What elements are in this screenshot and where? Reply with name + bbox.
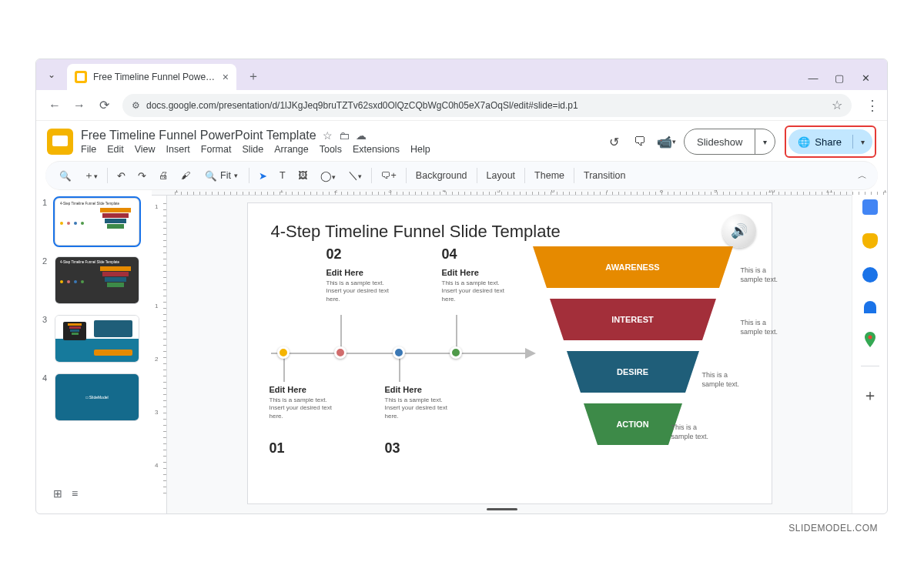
step-block-04[interactable]: Edit Here This is a sample text. Insert …	[442, 268, 507, 303]
menu-file[interactable]: File	[81, 144, 96, 155]
reload-button[interactable]: ⟳	[93, 95, 115, 116]
funnel-side-1[interactable]: This is a sample text.	[741, 266, 787, 284]
audio-icon[interactable]: 🔊	[722, 214, 756, 248]
menu-slide[interactable]: Slide	[242, 144, 263, 155]
watermark-text: SLIDEMODEL.COM	[788, 523, 878, 534]
filmstrip-icon[interactable]: ≡	[72, 487, 78, 500]
grid-view-icon[interactable]: ⊞	[53, 487, 62, 500]
menu-arrange[interactable]: Arrange	[274, 144, 308, 155]
new-tab-button[interactable]: ＋	[243, 65, 264, 87]
browser-url-row: ← → ⟳ ⚙ docs.google.com/presentation/d/1…	[36, 90, 887, 121]
tabs-dropdown-icon[interactable]: ⌄	[42, 65, 61, 84]
collapse-toolbar-icon[interactable]: ︿	[858, 169, 867, 182]
print-icon[interactable]: 🖨	[156, 169, 172, 182]
slides-favicon-icon	[75, 71, 87, 83]
address-bar[interactable]: ⚙ docs.google.com/presentation/d/1lJKgJe…	[122, 94, 852, 117]
funnel-side-4[interactable]: This is a sample text.	[671, 423, 718, 441]
image-icon[interactable]: 🖼	[295, 169, 311, 182]
menu-view[interactable]: View	[135, 144, 156, 155]
star-doc-icon[interactable]: ☆	[323, 129, 333, 142]
editor-area: 1 12 34 56 78 910 1112 1 12 34 56	[152, 190, 852, 513]
share-button[interactable]: 🌐 Share	[788, 136, 852, 148]
maps-side-icon[interactable]	[862, 332, 878, 347]
background-button[interactable]: Background	[413, 169, 470, 182]
minimize-icon[interactable]: —	[807, 72, 819, 84]
add-addon-icon[interactable]: ＋	[862, 385, 878, 406]
calendar-side-icon[interactable]	[862, 199, 878, 215]
slide-thumbnail-2[interactable]: 4-Step Timeline Funnel Slide Template	[55, 256, 139, 304]
close-window-icon[interactable]: ✕	[859, 72, 872, 84]
shape-icon[interactable]: ◯▾	[317, 169, 339, 183]
cloud-status-icon[interactable]: ☁	[356, 129, 367, 142]
comments-icon[interactable]: 🗨	[631, 133, 648, 150]
slide-canvas[interactable]: 4-Step Timeline Funnel Slide Template 🔊 …	[248, 203, 772, 503]
slideshow-dropdown-icon[interactable]: ▾	[755, 138, 775, 146]
menu-help[interactable]: Help	[410, 144, 430, 155]
slides-logo-icon[interactable]	[47, 129, 73, 155]
svg-point-4	[868, 336, 872, 340]
menu-edit[interactable]: Edit	[107, 144, 124, 155]
browser-tab[interactable]: Free Timeline Funnel PowerPoi... ×	[67, 64, 236, 90]
menu-tools[interactable]: Tools	[320, 144, 342, 155]
contacts-side-icon[interactable]	[864, 301, 876, 313]
share-highlight: 🌐 Share ▾	[785, 125, 876, 158]
slide-thumbnail-1[interactable]: 4-Step Timeline Funnel Slide Template	[55, 198, 139, 246]
comment-add-icon[interactable]: 🗨+	[378, 169, 400, 182]
paint-format-icon[interactable]: 🖌	[178, 169, 194, 182]
share-dropdown-icon[interactable]: ▾	[853, 138, 872, 146]
layout-button[interactable]: Layout	[484, 169, 519, 182]
menu-extensions[interactable]: Extensions	[353, 144, 400, 155]
slide-thumbnail-4[interactable]: □ SlideModel	[55, 373, 139, 421]
slideshow-button[interactable]: Slideshow	[685, 129, 755, 154]
tasks-side-icon[interactable]	[862, 267, 878, 283]
theme-button[interactable]: Theme	[531, 169, 567, 182]
speaker-notes-handle[interactable]	[487, 508, 517, 510]
funnel-side-3[interactable]: This is a sample text.	[702, 371, 748, 389]
document-title[interactable]: Free Timeline Funnel PowerPoint Template	[81, 129, 316, 142]
window-controls: — ▢ ✕	[807, 72, 881, 90]
maximize-icon[interactable]: ▢	[833, 72, 845, 84]
menu-format[interactable]: Format	[201, 144, 232, 155]
close-tab-icon[interactable]: ×	[223, 71, 229, 83]
undo-icon[interactable]: ↶	[114, 169, 129, 183]
ruler-horizontal: 1 12 34 56 78 910 1112	[152, 195, 852, 196]
step-num-01[interactable]: 01	[270, 440, 285, 457]
select-tool-icon[interactable]: ➤	[256, 169, 270, 183]
funnel-side-2[interactable]: This is a sample text.	[741, 319, 787, 336]
step-num-04[interactable]: 04	[442, 246, 457, 263]
move-doc-icon[interactable]: 🗀	[339, 129, 350, 142]
redo-icon[interactable]: ↷	[135, 169, 149, 183]
browser-menu-icon[interactable]: ⋮	[859, 97, 879, 114]
zoom-dropdown[interactable]: 🔍 Fit ▾	[200, 169, 243, 183]
slide-title[interactable]: 4-Step Timeline Funnel Slide Template	[271, 222, 748, 242]
search-menus-icon[interactable]: 🔍	[56, 169, 75, 183]
step-block-01[interactable]: Edit Here This is a sample text. Insert …	[270, 385, 335, 420]
textbox-icon[interactable]: T	[276, 169, 289, 182]
step-num-03[interactable]: 03	[385, 440, 400, 457]
side-panel: ＋	[852, 190, 887, 513]
slideshow-button-group: Slideshow ▾	[684, 129, 775, 155]
line-icon[interactable]: ＼▾	[345, 168, 365, 184]
keep-side-icon[interactable]	[862, 233, 878, 249]
menu-insert[interactable]: Insert	[166, 144, 190, 155]
timeline-dot-1[interactable]	[277, 346, 290, 359]
slide-thumbnail-3[interactable]	[55, 315, 139, 363]
timeline-dot-2[interactable]	[334, 346, 346, 359]
timeline-dot-4[interactable]	[450, 346, 462, 359]
timeline-dot-3[interactable]	[393, 346, 405, 359]
site-settings-icon[interactable]: ⚙	[132, 100, 140, 111]
step-block-03[interactable]: Edit Here This is a sample text. Insert …	[385, 385, 450, 420]
step-num-02[interactable]: 02	[326, 246, 342, 263]
history-icon[interactable]: ↺	[605, 133, 622, 150]
chrome-window: ⌄ Free Timeline Funnel PowerPoi... × ＋ —…	[35, 59, 888, 514]
funnel-interest[interactable]: INTEREST	[533, 299, 733, 340]
bookmark-star-icon[interactable]: ☆	[832, 98, 842, 112]
transition-button[interactable]: Transition	[581, 169, 628, 182]
forward-button[interactable]: →	[69, 95, 90, 116]
step-block-02[interactable]: Edit Here This is a sample text. Insert …	[326, 268, 392, 303]
funnel-awareness[interactable]: AWARENESS	[533, 246, 733, 288]
new-slide-icon[interactable]: ＋▾	[81, 168, 101, 184]
app-header: Free Timeline Funnel PowerPoint Template…	[36, 121, 887, 159]
meet-icon[interactable]: 📹▾	[658, 133, 675, 150]
back-button[interactable]: ←	[44, 95, 65, 116]
